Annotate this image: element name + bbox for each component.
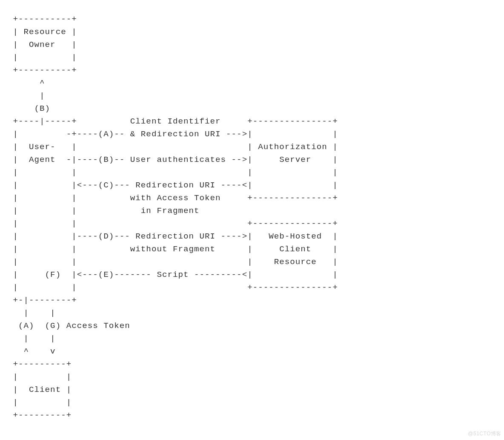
watermark-text: @51CTO博客 (468, 430, 501, 437)
oauth-implicit-flow-ascii-diagram: +----------+ | Resource | | Owner | | | … (0, 0, 504, 434)
